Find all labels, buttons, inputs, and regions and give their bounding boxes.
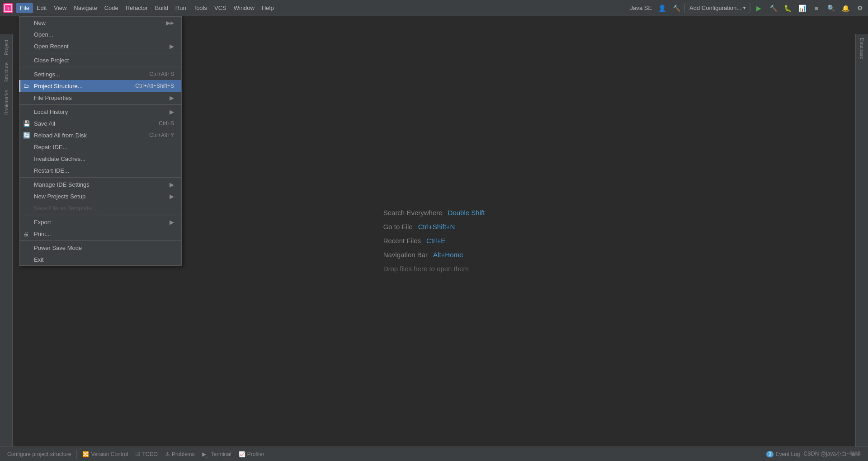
sidebar-tab-database[interactable]: Database	[858, 34, 867, 63]
menu-project-structure-label: Project Structure...	[34, 83, 126, 89]
menu-item-exit[interactable]: Exit	[19, 254, 181, 265]
separator-1	[19, 53, 181, 53]
menu-manage-ide-settings-arrow: ▶	[170, 181, 174, 188]
menu-item-export[interactable]: Export ▶	[19, 216, 181, 228]
svg-text:I: I	[8, 6, 9, 11]
profiler-label: Profiler	[247, 451, 264, 457]
statusbar: Configure project structure 🔀 Version Co…	[0, 447, 868, 461]
event-log-item[interactable]: 2 Event Log	[763, 447, 803, 461]
menu-item-settings[interactable]: Settings... Ctrl+Alt+S	[19, 68, 181, 80]
menu-window[interactable]: Window	[230, 3, 258, 13]
separator-3	[19, 104, 181, 105]
print-icon: 🖨	[23, 230, 29, 237]
menu-item-local-history[interactable]: Local History ▶	[19, 106, 181, 118]
menu-reload-all-shortcut: Ctrl+Alt+Y	[140, 132, 174, 138]
menu-item-repair-ide[interactable]: Repair IDE...	[19, 141, 181, 153]
menu-item-new-projects-setup[interactable]: New Projects Setup ▶	[19, 190, 181, 202]
menu-item-open[interactable]: Open...	[19, 28, 181, 40]
menu-run[interactable]: Run	[172, 3, 190, 13]
separator-6	[19, 240, 181, 241]
build-button[interactable]: 🔨	[767, 2, 779, 14]
coverage-button[interactable]: 📊	[796, 2, 808, 14]
menu-item-project-structure[interactable]: 🗂 Project Structure... Ctrl+Alt+Shift+S	[19, 80, 181, 92]
debug-button[interactable]: 🐛	[781, 2, 794, 14]
menu-item-save-file-as-template[interactable]: Save File as Template...	[19, 202, 181, 214]
menu-refactor[interactable]: Refactor	[122, 3, 151, 13]
menu-file-properties-label: File Properties	[34, 94, 170, 101]
menu-edit[interactable]: Edit	[33, 3, 50, 13]
menu-help[interactable]: Help	[258, 3, 278, 13]
recent-files-shortcut: Ctrl+E	[426, 237, 445, 245]
menu-view[interactable]: View	[50, 3, 70, 13]
menu-item-manage-ide-settings[interactable]: Manage IDE Settings ▶	[19, 179, 181, 190]
menu-item-new[interactable]: New ▶	[19, 17, 181, 28]
menu-item-print[interactable]: 🖨 Print...	[19, 228, 181, 240]
welcome-row-search: Search Everywhere Double Shift	[383, 209, 485, 216]
profiler-tab[interactable]: 📈 Profiler	[235, 447, 268, 461]
welcome-row-drop: Drop files here to open them	[383, 265, 485, 273]
version-control-tab[interactable]: 🔀 Version Control	[79, 447, 132, 461]
menubar: I File Edit View Navigate Code Refactor …	[0, 0, 868, 16]
menu-settings-label: Settings...	[34, 71, 140, 78]
stop-button[interactable]: ■	[810, 2, 823, 14]
navigation-bar-shortcut: Alt+Home	[433, 251, 463, 259]
reload-icon: 🔄	[23, 132, 30, 139]
event-log-label: Event Log	[775, 451, 800, 457]
notifications-button[interactable]: 🔔	[839, 2, 852, 14]
vcs-icon: 🔀	[82, 451, 89, 457]
menu-item-power-save-mode[interactable]: Power Save Mode	[19, 242, 181, 254]
menu-item-invalidate-caches[interactable]: Invalidate Caches...	[19, 153, 181, 165]
menu-settings-shortcut: Ctrl+Alt+S	[140, 71, 174, 77]
menu-item-file-properties[interactable]: File Properties ▶	[19, 92, 181, 103]
search-everywhere-button[interactable]: 🔍	[825, 2, 837, 14]
menu-build[interactable]: Build	[151, 3, 172, 13]
todo-label: TODO	[142, 451, 157, 457]
app-logo: I	[2, 2, 14, 14]
file-menu-dropdown: New ▶ Open... Open Recent ▶ Close Projec…	[19, 16, 182, 266]
profiler-icon: 📈	[239, 451, 245, 457]
menu-reload-all-label: Reload All from Disk	[34, 132, 140, 139]
settings-icon[interactable]: ⚙	[854, 2, 866, 14]
configure-text: Configure project structure	[4, 451, 75, 457]
run-button[interactable]: ▶	[752, 2, 765, 14]
sidebar-tab-project[interactable]: Project	[2, 36, 11, 59]
add-configuration-button[interactable]: Add Configuration... ▾	[684, 3, 750, 13]
terminal-tab[interactable]: ▶_ Terminal	[198, 447, 235, 461]
drop-files-label: Drop files here to open them	[383, 265, 469, 273]
sidebar-tab-structure[interactable]: Structure	[2, 59, 11, 86]
left-sidebar: Project Structure Bookmarks	[0, 34, 13, 447]
menu-open-recent-arrow: ▶	[170, 43, 174, 50]
menu-item-restart-ide[interactable]: Restart IDE...	[19, 165, 181, 176]
terminal-icon: ▶_	[202, 451, 209, 457]
menu-vcs[interactable]: VCS	[211, 3, 230, 13]
search-everywhere-shortcut: Double Shift	[448, 209, 485, 216]
menu-open-recent-label: Open Recent	[34, 43, 170, 50]
menu-file-properties-arrow: ▶	[170, 94, 174, 101]
hammer-icon[interactable]: 🔨	[670, 2, 683, 14]
menu-repair-ide-label: Repair IDE...	[34, 144, 174, 151]
problems-tab[interactable]: ⚠ Problems	[161, 447, 198, 461]
menu-restart-ide-label: Restart IDE...	[34, 167, 174, 174]
menu-tools[interactable]: Tools	[190, 3, 211, 13]
todo-tab[interactable]: ☑ TODO	[132, 447, 161, 461]
menu-export-arrow: ▶	[170, 219, 174, 226]
menu-new-projects-setup-arrow: ▶	[170, 193, 174, 200]
menu-file[interactable]: File	[16, 3, 33, 13]
vcs-label: Version Control	[91, 451, 128, 457]
welcome-row-nav: Navigation Bar Alt+Home	[383, 251, 485, 259]
right-status-text: CSDN @java小白~喵喵	[803, 450, 864, 458]
menu-navigate[interactable]: Navigate	[70, 3, 100, 13]
menu-code[interactable]: Code	[101, 3, 122, 13]
add-config-dropdown-icon: ▾	[743, 5, 745, 10]
problems-label: Problems	[172, 451, 195, 457]
menu-item-open-recent[interactable]: Open Recent ▶	[19, 40, 181, 52]
navigation-bar-label: Navigation Bar	[383, 251, 428, 259]
sidebar-tab-bookmarks[interactable]: Bookmarks	[2, 86, 11, 118]
menu-item-reload-all[interactable]: 🔄 Reload All from Disk Ctrl+Alt+Y	[19, 129, 181, 141]
separator-2	[19, 67, 181, 67]
menu-item-save-all[interactable]: 💾 Save All Ctrl+S	[19, 118, 181, 129]
terminal-label: Terminal	[211, 451, 231, 457]
profile-icon[interactable]: 👤	[656, 2, 668, 14]
welcome-row-recent: Recent Files Ctrl+E	[383, 237, 485, 245]
menu-item-close-project[interactable]: Close Project	[19, 54, 181, 66]
